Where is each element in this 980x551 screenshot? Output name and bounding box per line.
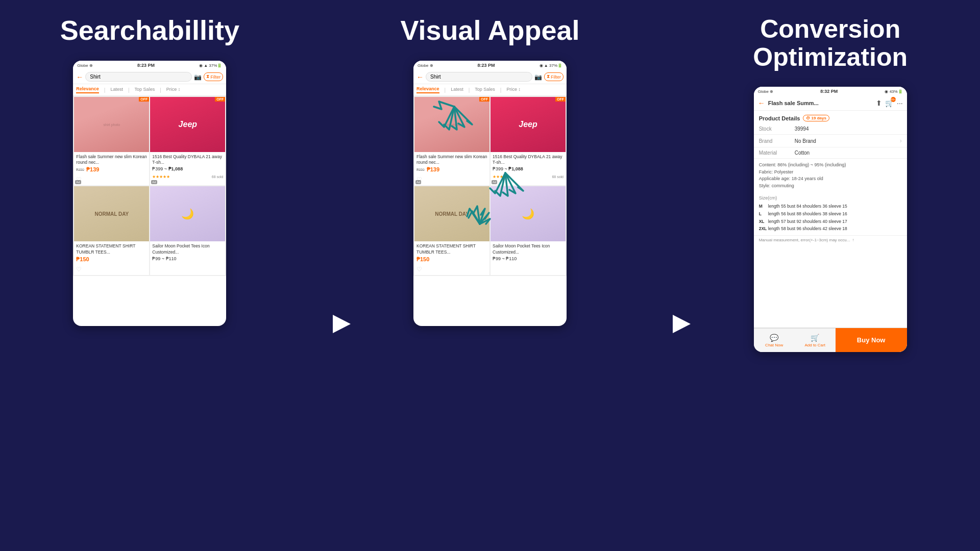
phone3-size-2xl-data: length 58 bust 96 shoulders 42 sleeve 18 <box>768 226 902 233</box>
phone1-product-img-1: shirt photo <box>74 97 149 152</box>
phone1-stars-2: ★★★★★ <box>152 174 170 179</box>
phone2-tab-topsales[interactable]: Top Sales <box>475 87 495 93</box>
phone1-product-card-4[interactable]: 🌙 Sailor Moon Pocket Tees Icon Customize… <box>150 186 225 274</box>
phone3-brand-arrow: › <box>900 137 902 144</box>
col1-title: Searchabillity <box>60 15 239 45</box>
page-layout: Searchabillity Globe ⊕ 8:23 PM ◉ ▲ 37%🔋 … <box>0 0 980 551</box>
phone3-stock-row: Stock 39994 <box>754 123 907 135</box>
phone1-filter-label: Filter <box>210 74 220 80</box>
phone1-product-name-2: 1516 Best Quality DYBALA 21 away T-sh... <box>152 154 223 165</box>
phone2-product-info-4: Sailor Moon Pocket Tees Icon Customized.… <box>491 241 566 264</box>
phone3-size-row-l: L length 56 bust 88 shoulders 38 sleeve … <box>759 211 902 218</box>
phone3-material-label: Material <box>759 150 795 156</box>
phone1-sold-2: 68 sold <box>212 175 224 179</box>
phone3-brand-label: Brand <box>759 138 795 144</box>
phone1-product-card-3[interactable]: NORMAL DAY KOREAN STATEMENT SHIRT TUMBLR… <box>74 186 149 274</box>
phone1-product-name-3: KOREAN STATEMENT SHIRT TUMBLR TEES... <box>76 243 147 255</box>
phone3-stock-value: 39994 <box>795 126 902 132</box>
phone3-back-button[interactable]: ← <box>758 99 765 107</box>
phone2-search-bar: ← Shirt 📷 ⧗ Filter <box>413 70 567 84</box>
column-conversion: Conversion Optimization Globe ⊕ 8:32 PM … <box>701 15 960 541</box>
phone1-filter-icon: ⧗ <box>206 74 209 80</box>
phone3-brand-row[interactable]: Brand No Brand › <box>754 135 907 147</box>
phone1-price-range-2: ₱399 ~ ₱1,088 <box>152 166 223 171</box>
col2-title: Visual Appeal <box>400 15 579 45</box>
phone3-size-2xl: 2XL <box>759 226 766 233</box>
phone2-off-badge-2: OFF <box>555 97 566 102</box>
phone2-jeep-logo: Jeep <box>519 120 537 129</box>
phone1-product-name-4: Sailor Moon Pocket Tees Icon Customized.… <box>152 243 223 255</box>
phone3-size-row-2xl: 2XL length 58 bust 96 shoulders 42 sleev… <box>759 226 902 233</box>
phone2-filter-label: Filter <box>551 74 561 80</box>
phone1-search-input[interactable]: Shirt <box>85 72 192 82</box>
phone2-product-card-3[interactable]: NORMAL DAY KOREAN STATEMENT SHIRT TUMBLR… <box>414 186 489 274</box>
phone1-tab-relevance[interactable]: Relevance <box>76 86 99 93</box>
phone1-product-card-1[interactable]: shirt photo OFF Ad Flash sale Summer new… <box>74 97 149 185</box>
phone2-product-img-1: shirt photo <box>414 97 489 152</box>
phone1-filter-button[interactable]: ⧗ Filter <box>204 72 223 81</box>
phone3-addcart-button[interactable]: 🛒 Add to Cart <box>795 328 836 352</box>
phone3-age-line: Applicable age: 18-24 years old <box>759 176 902 183</box>
phone1-product-info-3: KOREAN STATEMENT SHIRT TUMBLR TEES... ₱1… <box>74 241 149 265</box>
phone1-product-img-3: NORMAL DAY <box>74 186 149 241</box>
phone2-product-info-1: Flash sale Summer new slim Korean round … <box>414 152 489 176</box>
phone2-heart-icon-3[interactable]: ♡ <box>416 266 422 273</box>
phone1-tab-price[interactable]: Price ↕ <box>166 87 181 93</box>
phone3-status-bar: Globe ⊕ 8:32 PM ◉ 43%🔋 <box>754 87 907 96</box>
phone2-wrapper: Globe ⊕ 8:23 PM ◉ ▲ 37%🔋 ← Shirt 📷 ⧗ Fil… <box>413 61 567 326</box>
phone2-product-name-1: Flash sale Summer new slim Korean round … <box>416 154 487 165</box>
phone1-product-info-1: Flash sale Summer new slim Korean round … <box>74 152 149 176</box>
phone3-cart-btn-icon: 🛒 <box>811 334 819 342</box>
phone2-tab-latest[interactable]: Latest <box>451 87 463 93</box>
phone1-carrier: Globe ⊕ <box>77 63 93 68</box>
phone3-material-row: Material Cotton <box>754 147 907 159</box>
phone3-carrier: Globe ⊕ <box>758 89 774 94</box>
phone2-price-1: ₱139 <box>427 166 439 173</box>
phone1-jeep-logo: Jeep <box>179 120 197 129</box>
phone2-product-card-1[interactable]: shirt photo OFF Ad Flash sale Summer new… <box>414 97 489 185</box>
phone3-cart-count: 99+ <box>891 97 896 102</box>
phone2-product-card-2[interactable]: Jeep OFF Ad 1516 Best Quality DYBALA 21 … <box>491 97 566 185</box>
phone2-back-button[interactable]: ← <box>416 73 424 81</box>
phone3-share-icon[interactable]: ⬆ <box>876 99 882 107</box>
phone3-status-icons: ◉ 43%🔋 <box>885 89 902 94</box>
phone3-buynow-button[interactable]: Buy Now <box>836 328 907 352</box>
phone3-cart-icon[interactable]: 🛒 99+ <box>885 99 894 107</box>
phone1-heart-icon-3[interactable]: ♡ <box>76 266 82 273</box>
phone2-product-name-3: KOREAN STATEMENT SHIRT TUMBLR TEES... <box>416 243 487 255</box>
phone2-filter-button[interactable]: ⧗ Filter <box>544 72 564 81</box>
col3-title: Conversion Optimization <box>701 15 960 71</box>
phone2-price-3: ₱150 <box>416 256 429 262</box>
phone3-more-icon[interactable]: ··· <box>897 99 903 107</box>
phone3-product-title: Flash sale Summ... <box>768 100 873 106</box>
phone1-sort-tabs: Relevance | Latest | Top Sales | Price ↕ <box>73 84 226 96</box>
phone2-product-card-4[interactable]: 🌙 Sailor Moon Pocket Tees Icon Customize… <box>491 186 566 274</box>
phone2-tab-relevance[interactable]: Relevance <box>416 86 439 93</box>
phone2-product-img-2: Jeep <box>491 97 566 152</box>
phone3-material-value: Cotton <box>795 150 902 156</box>
phone2-product-name-2: 1516 Best Quality DYBALA 21 away T-sh... <box>493 154 564 165</box>
phone3-size-row-m: M length 55 bust 84 shoulders 36 sleeve … <box>759 203 902 210</box>
phone1-product-footer-3: ♡ <box>74 266 149 275</box>
arrow-1 <box>279 107 361 541</box>
phone3-chat-button[interactable]: 💬 Chat Now <box>754 328 795 352</box>
phone1-price-old-1: ₱350 <box>76 168 84 172</box>
phone2-search-input[interactable]: Shirt <box>426 72 532 82</box>
phone2-price-range-2: ₱399 ~ ₱1,088 <box>493 166 564 171</box>
phone2-tab-price[interactable]: Price ↕ <box>506 87 521 93</box>
phone3-section-title: Product Details ⏱ 19 days <box>754 111 907 123</box>
phone2-status-bar: Globe ⊕ 8:23 PM ◉ ▲ 37%🔋 <box>413 61 567 70</box>
phone1-camera-icon: 📷 <box>194 73 202 81</box>
phone1-back-button[interactable]: ← <box>76 73 83 81</box>
phone1-product-card-2[interactable]: Jeep OFF Ad 1516 Best Quality DYBALA 21 … <box>150 97 225 185</box>
phone1-tab-topsales[interactable]: Top Sales <box>135 87 155 93</box>
arrow-2 <box>619 107 701 541</box>
phone1-tab-latest[interactable]: Latest <box>110 87 123 93</box>
phone2-product-info-2: 1516 Best Quality DYBALA 21 away T-sh...… <box>491 152 566 174</box>
phone3-size-xl-data: length 57 bust 92 shoulders 40 sleeve 17 <box>768 218 902 226</box>
phone2-status-icons: ◉ ▲ 37%🔋 <box>540 63 562 68</box>
phone3-content-line: Content: 86% (including) ~ 95% (includin… <box>759 162 902 169</box>
phone3-header-icons: ⬆ 🛒 99+ ··· <box>876 99 903 107</box>
phone1-price-range-4: ₱99 ~ ₱110 <box>152 256 223 261</box>
phone3-stock-label: Stock <box>759 126 795 132</box>
